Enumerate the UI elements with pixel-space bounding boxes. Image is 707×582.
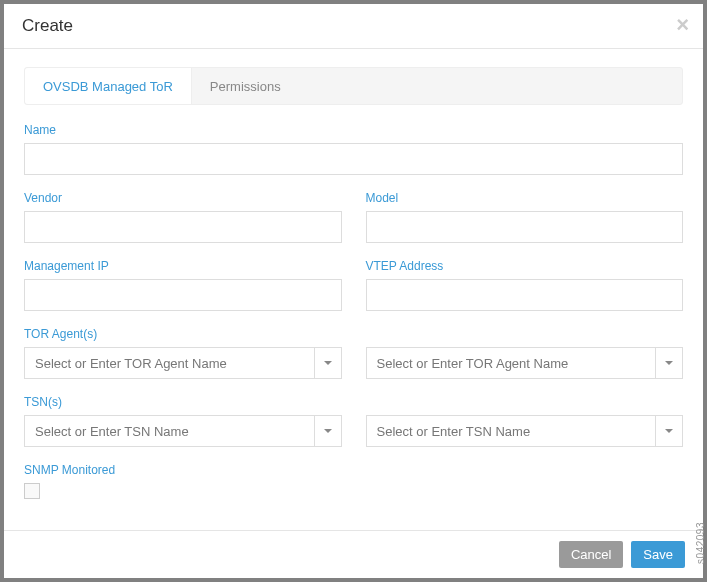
chevron-down-icon[interactable]: [655, 347, 683, 379]
form: Name Vendor Model Management IP: [24, 105, 683, 499]
tor-agent-select-1[interactable]: Select or Enter TOR Agent Name: [24, 347, 342, 379]
modal-title: Create: [22, 16, 685, 36]
snmp-monitored-checkbox[interactable]: [24, 483, 40, 499]
vendor-label: Vendor: [24, 191, 342, 205]
side-code-label: s042093: [695, 522, 706, 564]
tor-agents-label-spacer: [366, 327, 684, 341]
close-icon[interactable]: ×: [676, 14, 689, 36]
cancel-button[interactable]: Cancel: [559, 541, 623, 568]
tor-agent-select-1-text: Select or Enter TOR Agent Name: [24, 347, 314, 379]
modal-body: OVSDB Managed ToR Permissions Name Vendo…: [4, 49, 703, 530]
name-label: Name: [24, 123, 683, 137]
save-button[interactable]: Save: [631, 541, 685, 568]
tor-agents-label: TOR Agent(s): [24, 327, 342, 341]
tor-agent-select-2[interactable]: Select or Enter TOR Agent Name: [366, 347, 684, 379]
tab-permissions[interactable]: Permissions: [192, 68, 299, 104]
tab-ovsdb-managed-tor[interactable]: OVSDB Managed ToR: [25, 68, 192, 104]
model-label: Model: [366, 191, 684, 205]
tsn-label: TSN(s): [24, 395, 342, 409]
modal-footer: Cancel Save: [4, 530, 703, 578]
chevron-down-icon[interactable]: [655, 415, 683, 447]
tsn-select-1[interactable]: Select or Enter TSN Name: [24, 415, 342, 447]
tsn-label-spacer: [366, 395, 684, 409]
tsn-select-2[interactable]: Select or Enter TSN Name: [366, 415, 684, 447]
management-ip-input[interactable]: [24, 279, 342, 311]
management-ip-label: Management IP: [24, 259, 342, 273]
model-input[interactable]: [366, 211, 684, 243]
chevron-down-icon[interactable]: [314, 415, 342, 447]
tsn-select-1-text: Select or Enter TSN Name: [24, 415, 314, 447]
tsn-select-2-text: Select or Enter TSN Name: [366, 415, 656, 447]
tor-agent-select-2-text: Select or Enter TOR Agent Name: [366, 347, 656, 379]
snmp-monitored-label: SNMP Monitored: [24, 463, 683, 477]
modal-header: Create ×: [4, 4, 703, 49]
vtep-address-input[interactable]: [366, 279, 684, 311]
vendor-input[interactable]: [24, 211, 342, 243]
vtep-address-label: VTEP Address: [366, 259, 684, 273]
name-input[interactable]: [24, 143, 683, 175]
create-modal: Create × OVSDB Managed ToR Permissions N…: [4, 4, 703, 578]
tab-bar: OVSDB Managed ToR Permissions: [24, 67, 683, 105]
chevron-down-icon[interactable]: [314, 347, 342, 379]
